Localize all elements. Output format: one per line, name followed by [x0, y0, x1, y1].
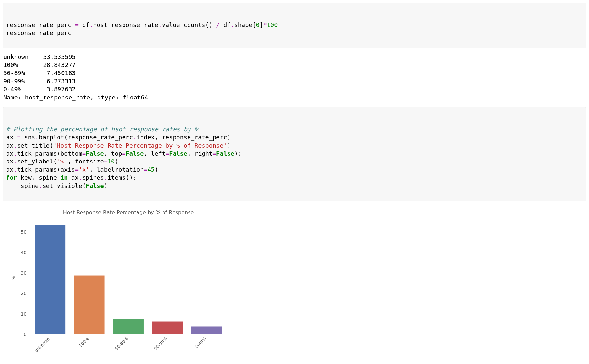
- bar: [74, 276, 105, 334]
- y-tick-label: 10: [21, 311, 27, 317]
- bar-chart: Host Response Rate Percentage by % of Re…: [8, 206, 236, 362]
- y-tick-label: 40: [21, 250, 27, 255]
- code-cell-2-content: # Plotting the percentage of hsot respon…: [6, 125, 583, 190]
- code-cell-1-content: response_rate_perc = df.host_response_ra…: [6, 21, 583, 37]
- y-axis-label: %: [11, 276, 16, 280]
- y-tick-label: 0: [24, 332, 27, 337]
- chart-title: Host Response Rate Percentage by % of Re…: [63, 209, 194, 215]
- code-cell-1[interactable]: response_rate_perc = df.host_response_ra…: [3, 3, 586, 48]
- y-tick-label: 30: [21, 271, 27, 276]
- x-tick-label: unknown: [34, 336, 51, 353]
- bar: [35, 225, 65, 335]
- y-tick-label: 50: [21, 230, 27, 235]
- x-tick-label: 100%: [78, 336, 90, 348]
- bar: [191, 327, 222, 335]
- x-tick-label: 0-49%: [194, 336, 207, 349]
- x-tick-label: 50-89%: [114, 336, 129, 351]
- x-tick-label: 90-99%: [153, 336, 168, 351]
- bar: [113, 319, 144, 334]
- code-cell-2[interactable]: # Plotting the percentage of hsot respon…: [3, 107, 586, 202]
- chart-output: Host Response Rate Percentage by % of Re…: [3, 204, 586, 364]
- output-text-1: unknown 53.535595 100% 28.843277 50-89% …: [3, 52, 586, 107]
- y-tick-label: 20: [21, 291, 27, 296]
- bar: [152, 322, 183, 334]
